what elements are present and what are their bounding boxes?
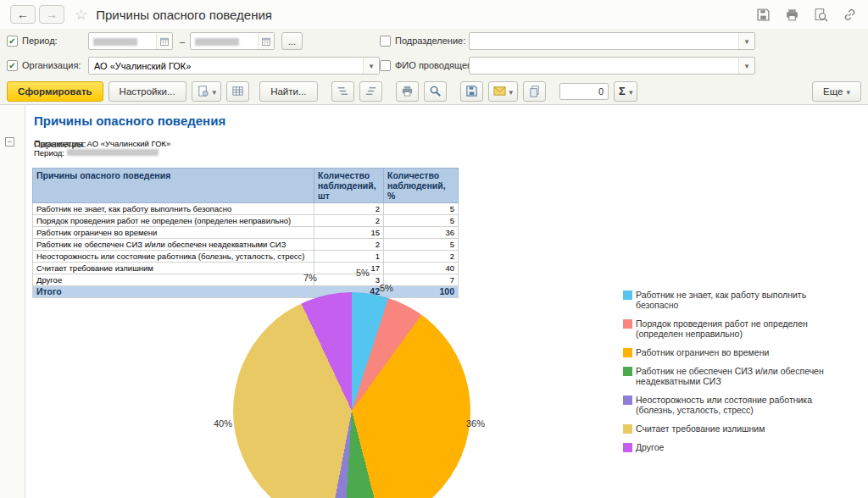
legend-swatch [623,348,632,357]
window-title: Причины опасного поведения [96,8,272,22]
header-cause: Причины опасного поведения [33,169,314,203]
slice-label: 5% [380,283,393,293]
table-row[interactable]: Считает требование излишним1740 [33,263,459,274]
legend-label: Работник не обеспечен СИЗ и/или обеспече… [636,366,837,386]
cell-cause: Считает требование излишним [33,263,314,274]
mail-split-button[interactable] [488,81,519,102]
find-button[interactable]: Найти... [259,81,317,102]
dropdown-arrow-icon [213,86,217,97]
fio-checkbox[interactable] [380,60,391,71]
print-icon[interactable] [783,6,800,23]
cell-count: 2 [314,239,384,251]
legend-swatch [623,367,632,376]
organization-label[interactable]: Организация: [22,60,81,70]
calendar-icon[interactable] [258,33,274,49]
chart-legend: Работник не знает, как работу выполнить … [623,290,837,461]
legend-label: Неосторожность или состояние работника (… [636,395,837,415]
legend-item: Работник не знает, как работу выполнить … [623,290,837,310]
table-row[interactable]: Работник не обеспечен СИЗ и/или обеспече… [33,239,459,251]
report-window: ← → ☆ Причины опасного поведения ✔ Перио… [0,0,868,498]
parameter-period: Период: [34,148,170,158]
link-icon[interactable] [841,6,858,23]
table-row[interactable]: Работник ограничен во времени1536 [33,227,459,239]
report-area: Причины опасного поведения Параметры: Ор… [0,105,868,498]
cell-cause: Работник не знает, как работу выполнить … [33,203,314,215]
period-more-button[interactable]: ... [281,32,303,50]
back-arrow-icon: ← [17,8,29,21]
generate-button[interactable]: Сформировать [7,81,103,102]
cell-percent: 2 [384,251,459,263]
filter-row-2: ✔ Организация: АО «Учалинский ГОК» ФИО п… [0,53,868,78]
cell-count: 15 [314,227,384,239]
legend-item: Работник не обеспечен СИЗ и/или обеспече… [623,366,837,386]
save-icon[interactable] [754,6,771,23]
table-total-row[interactable]: Итого42100 [33,286,459,298]
floppy-icon [465,85,478,97]
filter-row-1: ✔ Период: – ... Подразделение: [0,29,868,53]
legend-item: Другое [623,442,837,452]
dropdown-arrow-icon [509,86,514,97]
pie-chart[interactable] [233,292,470,498]
total-label: Итого [33,286,314,298]
dropdown-arrow-icon[interactable] [738,33,754,49]
table-row[interactable]: Неосторожность или состояние работника (… [33,251,459,263]
total-percent: 100 [384,286,459,298]
organization-checkbox[interactable]: ✔ [7,60,18,71]
division-checkbox[interactable] [380,36,391,47]
slice-label: 36% [466,418,485,429]
period-to-input[interactable] [190,32,275,50]
header-percent: Количество наблюдений, % [384,169,459,203]
cell-count: 2 [314,215,384,227]
parameter-period-redacted-value [67,149,159,156]
preview-icon[interactable] [812,6,829,23]
save-icon-button[interactable] [460,81,483,102]
fio-label[interactable]: ФИО проводящего: [395,60,478,70]
forward-button[interactable]: → [39,5,64,24]
period-checkbox[interactable]: ✔ [7,36,18,47]
forward-arrow-icon: → [46,8,58,21]
legend-label: Другое [636,442,664,452]
legend-swatch [623,443,632,452]
back-button[interactable]: ← [10,5,36,24]
collapse-groups-icon-button[interactable] [359,81,382,102]
organization-combo[interactable]: АО «Учалинский ГОК» [88,57,380,75]
table-grid-icon-button[interactable] [226,81,249,102]
period-label[interactable]: Период: [22,36,58,46]
print-icon-button[interactable] [396,81,419,102]
legend-label: Работник ограничен во времени [636,347,769,357]
command-bar: Сформировать Настройки... Найти... [0,78,868,105]
report-variants-split-button[interactable] [192,81,222,102]
more-button-label: Еще [823,86,843,97]
dropdown-arrow-icon [629,86,633,97]
collapse-group-button[interactable] [5,137,14,147]
calendar-icon[interactable] [156,33,172,49]
more-button[interactable]: Еще [812,81,861,102]
cell-count: 3 [314,274,384,286]
sigma-split-button[interactable]: Σ [614,81,637,102]
envelope-icon [493,85,506,97]
expand-groups-icon-button[interactable] [331,81,354,102]
copy-icon-button[interactable] [523,81,546,102]
table-row[interactable]: Другое37 [33,274,459,286]
division-label[interactable]: Подразделение: [395,36,465,46]
table-row[interactable]: Порядок проведения работ не определен (о… [33,215,459,227]
legend-item: Работник ограничен во времени [623,347,837,357]
autosum-counter-field[interactable] [559,83,609,100]
cell-cause: Другое [33,274,314,286]
favorite-star-icon[interactable]: ☆ [75,6,87,24]
dropdown-arrow-icon[interactable] [363,58,379,74]
magnifier-icon [429,85,442,97]
legend-swatch [623,424,632,434]
table-row[interactable]: Работник не знает, как работу выполнить … [33,203,459,215]
slice-label: 40% [214,418,232,429]
legend-label: Порядок проведения работ не определен (о… [636,318,837,339]
dropdown-arrow-icon[interactable] [738,58,754,74]
division-combo[interactable] [469,32,755,50]
fio-combo[interactable] [469,57,755,75]
dropdown-arrow-icon [846,86,850,97]
report-parameters: Параметры: Организация: АО «Учалинский Г… [34,139,170,158]
settings-button[interactable]: Настройки... [108,81,186,102]
period-from-redacted-value [93,38,137,46]
period-from-input[interactable] [88,32,173,50]
preview-icon-button[interactable] [424,81,447,102]
